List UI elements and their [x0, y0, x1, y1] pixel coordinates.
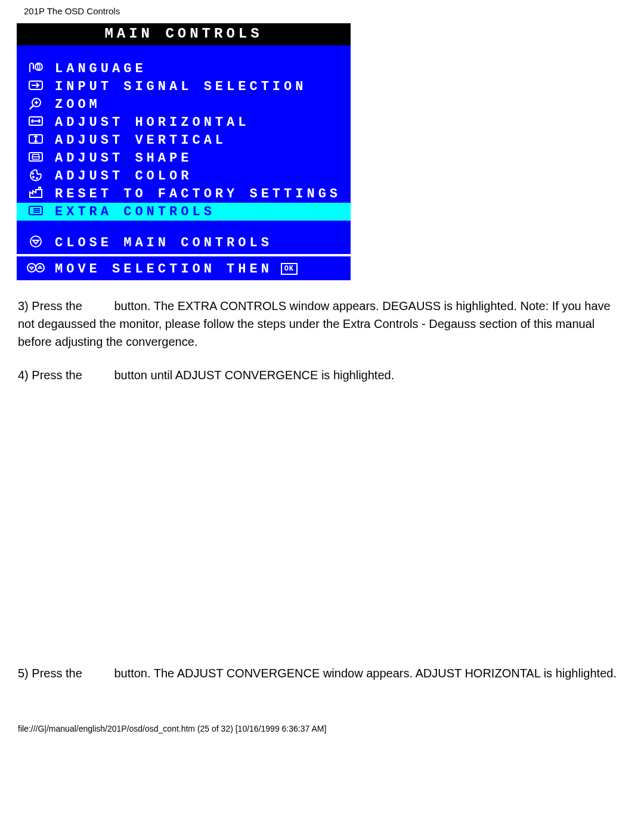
menu-item-label: ZOOM [55, 97, 101, 112]
updown-circles-icon [27, 261, 45, 277]
menu-item-label: LANGUAGE [55, 61, 147, 76]
instruction-step-4: 4) Press the button until ADJUST CONVERG… [0, 366, 644, 384]
menu-item-label: EXTRA CONTROLS [55, 205, 215, 219]
palette-icon [28, 168, 44, 184]
down-circle-icon [29, 234, 43, 251]
menu-item-close[interactable]: CLOSE MAIN CONTROLS [17, 234, 351, 252]
factory-icon [28, 186, 44, 202]
horiz-icon [28, 114, 44, 130]
menu-item-label: CLOSE MAIN CONTROLS [55, 236, 273, 250]
vert-icon [28, 132, 44, 148]
osd-title: MAIN CONTROLS [17, 23, 351, 45]
language-icon [28, 61, 44, 76]
menu-item-reset-factory[interactable]: RESET TO FACTORY SETTINGS [17, 185, 351, 203]
osd-hint-bar: MOVE SELECTION THEN OK [17, 256, 351, 280]
ok-button-icon: OK [281, 263, 298, 275]
page-footer: file:///G|/manual/english/201P/osd/osd_c… [0, 682, 644, 733]
menu-item-label: ADJUST VERTICAL [55, 133, 227, 148]
menu-item-adjust-vertical[interactable]: ADJUST VERTICAL [17, 131, 351, 149]
menu-item-label: ADJUST COLOR [55, 169, 192, 184]
menu-item-zoom[interactable]: ZOOM [17, 95, 351, 113]
instruction-step-5: 5) Press the button. The ADJUST CONVERGE… [0, 664, 644, 682]
osd-window: MAIN CONTROLS LANGUAGE INPUT SIGNAL SELE… [17, 23, 351, 280]
arrow-right-icon [28, 79, 44, 94]
menu-item-label: INPUT SIGNAL SELECTION [55, 79, 306, 94]
instruction-step-3: 3) Press the button. The EXTRA CONTROLS … [0, 297, 644, 351]
menu-item-label: RESET TO FACTORY SETTINGS [55, 187, 341, 202]
shape-icon [28, 150, 44, 166]
menu-item-label: ADJUST HORIZONTAL [55, 115, 249, 130]
menu-item-language[interactable]: LANGUAGE [17, 60, 351, 78]
menu-item-adjust-color[interactable]: ADJUST COLOR [17, 167, 351, 185]
menu-item-adjust-shape[interactable]: ADJUST SHAPE [17, 149, 351, 167]
menu-item-extra-controls[interactable]: EXTRA CONTROLS [17, 203, 351, 221]
menu-item-input-signal[interactable]: INPUT SIGNAL SELECTION [17, 78, 351, 95]
menu-item-adjust-horizontal[interactable]: ADJUST HORIZONTAL [17, 113, 351, 131]
menu-item-label: ADJUST SHAPE [55, 151, 192, 166]
list-icon [28, 204, 44, 219]
magnifier-icon [28, 97, 44, 112]
osd-menu: LANGUAGE INPUT SIGNAL SELECTION ZOOM ADJ… [17, 45, 351, 254]
osd-hint-text: MOVE SELECTION THEN [55, 262, 273, 277]
page-header: 201P The OSD Controls [0, 0, 644, 21]
